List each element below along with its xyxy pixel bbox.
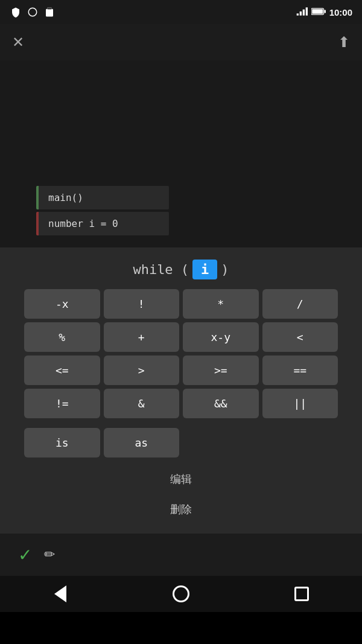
- key-exclaim[interactable]: !: [104, 289, 180, 319]
- nav-bar: [0, 576, 362, 612]
- close-button[interactable]: ✕: [12, 34, 24, 51]
- edit-button[interactable]: ✏: [44, 547, 55, 563]
- svg-rect-3: [47, 8, 52, 10]
- svg-point-0: [28, 8, 37, 16]
- action-links: 编辑 删除: [0, 467, 362, 521]
- svg-rect-2: [46, 9, 53, 17]
- svg-marker-7: [296, 13, 298, 15]
- key-and[interactable]: &: [104, 389, 180, 418]
- delete-link[interactable]: 删除: [24, 497, 338, 521]
- key-gte[interactable]: >=: [183, 355, 259, 385]
- key-and-and[interactable]: &&: [183, 389, 259, 418]
- key-eq[interactable]: ==: [262, 355, 338, 385]
- svg-rect-10: [312, 9, 323, 14]
- key-less-than[interactable]: <: [262, 322, 338, 352]
- svg-marker-6: [299, 11, 301, 16]
- circle-icon: [27, 6, 39, 18]
- recents-button[interactable]: [287, 582, 317, 606]
- confirm-button[interactable]: ✓: [18, 545, 32, 565]
- battery-icon: [311, 7, 326, 18]
- shield-icon: [10, 6, 22, 18]
- while-close-paren: ): [221, 262, 229, 277]
- key-plus[interactable]: +: [104, 322, 180, 352]
- code-preview: main() number i = 0: [0, 60, 362, 247]
- bottom-keys: is as: [0, 428, 362, 457]
- while-variable[interactable]: i: [192, 260, 217, 279]
- key-as[interactable]: as: [104, 428, 180, 457]
- action-bar: ✓ ✏: [0, 534, 362, 576]
- number-block[interactable]: number i = 0: [36, 212, 169, 235]
- key-neg-x[interactable]: -x: [24, 289, 100, 319]
- key-divide[interactable]: /: [262, 289, 338, 319]
- key-lte[interactable]: <=: [24, 355, 100, 385]
- top-bar: ✕ ⬆: [0, 24, 362, 60]
- home-icon: [173, 585, 189, 602]
- keypad: -x ! * / % + x-y < <= > >= == != & && ||: [0, 289, 362, 418]
- edit-link[interactable]: 编辑: [24, 467, 338, 491]
- key-x-minus-y[interactable]: x-y: [183, 322, 259, 352]
- recents-icon: [294, 587, 309, 601]
- status-bar: 10:00: [0, 0, 362, 24]
- key-neq[interactable]: !=: [24, 389, 100, 418]
- key-modulo[interactable]: %: [24, 322, 100, 352]
- status-left-icons: [10, 6, 56, 18]
- signal-icon: [296, 7, 308, 18]
- clipboard-icon: [43, 6, 56, 18]
- main-block[interactable]: main(): [36, 186, 169, 209]
- status-right-icons: 10:00: [296, 7, 352, 18]
- status-time: 10:00: [329, 7, 352, 18]
- svg-rect-9: [324, 10, 326, 13]
- while-keyword: while (: [133, 262, 189, 277]
- key-multiply[interactable]: *: [183, 289, 259, 319]
- keyboard-panel: while ( i ) -x ! * / % + x-y < <= > >= =…: [0, 247, 362, 534]
- back-icon: [54, 585, 66, 602]
- key-is[interactable]: is: [24, 428, 100, 457]
- upload-button[interactable]: ⬆: [338, 34, 350, 51]
- key-or[interactable]: ||: [262, 389, 338, 418]
- svg-marker-4: [305, 7, 307, 15]
- home-button[interactable]: [166, 582, 196, 606]
- while-expr: while ( i ): [0, 260, 362, 279]
- back-button[interactable]: [45, 582, 75, 606]
- key-greater-than[interactable]: >: [104, 355, 180, 385]
- svg-marker-5: [302, 9, 304, 15]
